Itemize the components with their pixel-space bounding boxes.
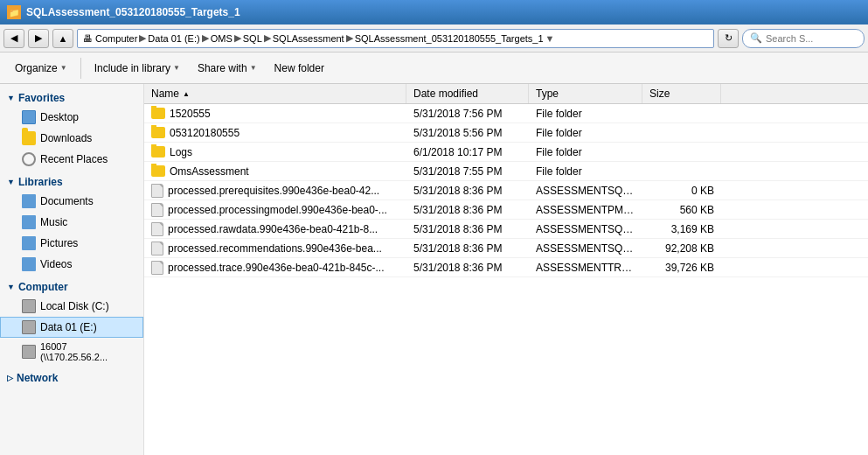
sidebar-item-pictures-label: Pictures: [40, 237, 78, 249]
table-row[interactable]: OmsAssessment 5/31/2018 7:55 PM File fol…: [144, 162, 868, 181]
file-icon: [151, 184, 163, 198]
address-path[interactable]: 🖶 Computer ▶ Data 01 (E:) ▶ OMS ▶ SQL ▶ …: [77, 29, 714, 48]
file-name: processed.trace.990e436e-bea0-421b-845c-…: [168, 262, 385, 274]
organize-button[interactable]: Organize ▼: [7, 56, 75, 80]
file-name: processed.prerequisites.990e436e-bea0-42…: [168, 185, 379, 197]
folder-icon: [151, 146, 165, 158]
table-row[interactable]: processed.rawdata.990e436e-bea0-421b-8..…: [144, 220, 868, 239]
file-name: Logs: [170, 146, 192, 158]
file-size-cell: 3,169 KB: [642, 221, 721, 237]
sidebar-item-data01-e[interactable]: Data 01 (E:): [0, 317, 143, 338]
pictures-icon: [22, 236, 36, 250]
toolbar: Organize ▼ Include in library ▼ Share wi…: [0, 52, 868, 84]
file-name: 1520555: [170, 108, 211, 120]
folder-icon: [151, 108, 165, 119]
share-dropdown-icon: ▼: [250, 64, 257, 72]
share-button[interactable]: Share with ▼: [190, 56, 265, 80]
back-button[interactable]: ◀: [3, 29, 24, 48]
file-name-cell: processed.trace.990e436e-bea0-421b-845c-…: [144, 259, 406, 276]
folder-icon: [151, 165, 165, 177]
downloads-icon: [22, 131, 36, 145]
col-size-label: Size: [649, 88, 670, 100]
file-name-cell: 053120180555: [144, 125, 406, 141]
sidebar-item-music[interactable]: Music: [0, 212, 143, 233]
libraries-header-label: Libraries: [18, 176, 63, 188]
sidebar-item-16007[interactable]: 16007 (\\170.25.56.2...: [0, 338, 143, 366]
local-disk-c-icon: [22, 299, 36, 313]
favorites-header[interactable]: ▼ Favorites: [0, 89, 143, 107]
videos-icon: [22, 257, 36, 271]
file-type-cell: ASSESSMENTSQLRE...: [529, 183, 642, 199]
file-date-cell: 5/31/2018 8:36 PM: [406, 260, 529, 276]
col-header-size[interactable]: Size: [642, 84, 721, 103]
file-name: processed.recommendations.990e436e-bea..…: [168, 242, 382, 255]
organize-label: Organize: [15, 62, 58, 74]
file-size-cell: [642, 131, 721, 135]
file-name: processed.processingmodel.990e436e-bea0-…: [168, 204, 387, 216]
sidebar-item-videos-label: Videos: [40, 258, 72, 270]
file-type-cell: ASSESSMENTSQLRE...: [529, 241, 642, 256]
new-folder-button[interactable]: New folder: [267, 56, 332, 80]
file-type-cell: ASSESSMENTSQLR...: [529, 221, 642, 237]
table-row[interactable]: 053120180555 5/31/2018 5:56 PM File fold…: [144, 123, 868, 143]
file-date-cell: 5/31/2018 5:56 PM: [406, 125, 529, 141]
file-name-cell: 1520555: [144, 106, 406, 122]
col-header-type[interactable]: Type: [529, 84, 642, 103]
sidebar-item-music-label: Music: [40, 216, 67, 228]
file-size-cell: 92,208 KB: [642, 241, 721, 256]
file-date-cell: 5/31/2018 7:55 PM: [406, 164, 529, 179]
file-icon: [151, 203, 163, 217]
path-segment-3: OMS: [211, 33, 233, 44]
sidebar-item-local-disk-c[interactable]: Local Disk (C:): [0, 296, 143, 317]
file-rows-container: 1520555 5/31/2018 7:56 PM File folder 05…: [144, 104, 868, 277]
sidebar-item-pictures[interactable]: Pictures: [0, 233, 143, 254]
toolbar-separator-1: [80, 58, 81, 79]
music-icon: [22, 215, 36, 229]
sidebar-item-local-disk-c-label: Local Disk (C:): [40, 300, 109, 312]
libraries-header[interactable]: ▼ Libraries: [0, 173, 143, 191]
sidebar-item-recent-places[interactable]: Recent Places: [0, 149, 143, 170]
desktop-icon: [22, 110, 36, 124]
include-library-label: Include in library: [94, 62, 170, 74]
col-header-date[interactable]: Date modified: [406, 84, 529, 103]
file-size-cell: [642, 112, 721, 116]
refresh-button[interactable]: ↻: [718, 29, 739, 48]
network-chevron: ▷: [7, 374, 13, 382]
table-row[interactable]: processed.prerequisites.990e436e-bea0-42…: [144, 181, 868, 200]
table-row[interactable]: processed.trace.990e436e-bea0-421b-845c-…: [144, 258, 868, 277]
sidebar-item-downloads[interactable]: Downloads: [0, 128, 143, 149]
file-name-cell: Logs: [144, 144, 406, 160]
table-row[interactable]: processed.processingmodel.990e436e-bea0-…: [144, 200, 868, 220]
file-date-cell: 6/1/2018 10:17 PM: [406, 144, 529, 160]
table-row[interactable]: processed.recommendations.990e436e-bea..…: [144, 239, 868, 258]
sidebar-item-recent-label: Recent Places: [40, 153, 108, 165]
file-name: processed.rawdata.990e436e-bea0-421b-8..…: [168, 223, 378, 235]
folder-icon: [151, 127, 165, 138]
title-bar-icon: 📁: [7, 5, 21, 19]
file-name-cell: OmsAssessment: [144, 164, 406, 179]
table-row[interactable]: 1520555 5/31/2018 7:56 PM File folder: [144, 104, 868, 123]
include-library-button[interactable]: Include in library ▼: [87, 56, 188, 80]
search-input[interactable]: [766, 33, 857, 44]
file-icon: [151, 242, 163, 256]
sidebar-item-documents[interactable]: Documents: [0, 191, 143, 212]
up-button[interactable]: ▲: [52, 29, 73, 48]
libraries-section: ▼ Libraries Documents Music Pictures Vid…: [0, 173, 143, 275]
data01-e-icon: [22, 320, 36, 334]
forward-button[interactable]: ▶: [28, 29, 49, 48]
path-segment-4: SQL: [243, 33, 262, 44]
file-type-cell: File folder: [529, 144, 642, 160]
table-row[interactable]: Logs 6/1/2018 10:17 PM File folder: [144, 143, 868, 162]
search-box[interactable]: 🔍: [742, 29, 865, 48]
network-header[interactable]: ▷ Network: [0, 369, 143, 387]
computer-header[interactable]: ▼ Computer: [0, 278, 143, 296]
sidebar-item-16007-label: 16007 (\\170.25.56.2...: [40, 341, 135, 362]
network-section: ▷ Network: [0, 369, 143, 387]
file-name-cell: processed.processingmodel.990e436e-bea0-…: [144, 201, 406, 219]
file-date-cell: 5/31/2018 8:36 PM: [406, 241, 529, 256]
sidebar-item-desktop[interactable]: Desktop: [0, 107, 143, 128]
col-header-name[interactable]: Name ▲: [144, 84, 406, 103]
file-type-cell: ASSESSMENTPM File: [529, 202, 642, 218]
sidebar-item-videos[interactable]: Videos: [0, 254, 143, 275]
file-size-cell: [642, 150, 721, 154]
